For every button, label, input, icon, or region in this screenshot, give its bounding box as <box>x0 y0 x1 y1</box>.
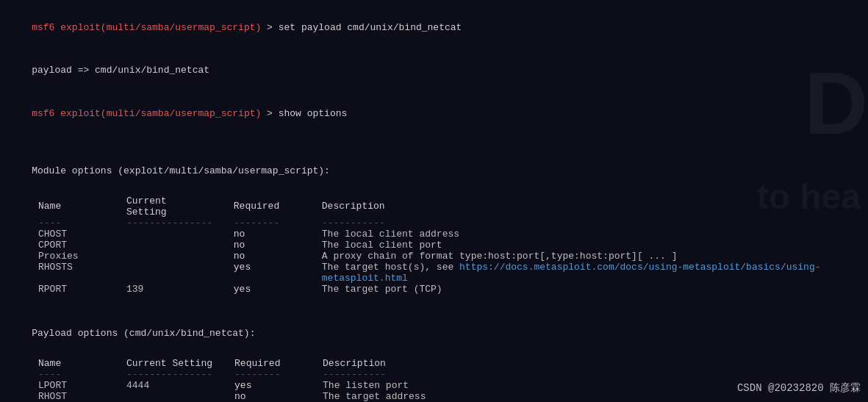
payload-col-description: Description <box>323 358 440 369</box>
blank-1 <box>9 135 859 150</box>
col-current-setting: Current Setting <box>126 195 234 218</box>
blank-2 <box>9 298 859 312</box>
table-row: RPORT 139 yes The target port (TCP) <box>38 284 859 295</box>
payload-options-table: Name Current Setting Required Descriptio… <box>24 358 859 402</box>
payload-table-dash-row: ---- --------------- -------- ----------… <box>38 369 440 380</box>
prompt-msf6-2: msf6 <box>32 108 54 119</box>
table-row: CPORT no The local client port <box>38 240 859 251</box>
payload-col-name: Name <box>38 358 126 369</box>
payload-table: Name Current Setting Required Descriptio… <box>38 358 440 402</box>
terminal: D to hea msf6 exploit(multi/samba/userma… <box>0 0 868 402</box>
module-name-2: exploit(multi/samba/usermap_script) <box>60 108 261 119</box>
payload-result-line: payload => cmd/unix/bind_netcat <box>9 49 859 93</box>
col-required: Required <box>234 195 322 218</box>
prompt-msf6-1: msf6 <box>32 22 54 33</box>
payload-table-header-row: Name Current Setting Required Descriptio… <box>38 358 440 369</box>
payload-col-current-setting: Current Setting <box>126 358 234 369</box>
module-options-header: Module options (exploit/multi/samba/user… <box>9 149 859 193</box>
table-row: CHOST no The local client address <box>38 229 859 240</box>
cmd1-text: > set payload cmd/unix/bind_netcat <box>261 22 462 33</box>
table-row: LPORT 4444 yes The listen port <box>38 380 440 391</box>
module-table-header-row: Name Current Setting Required Descriptio… <box>38 195 859 218</box>
module-options-table: Name Current Setting Required Descriptio… <box>24 195 859 295</box>
col-description: Description <box>322 195 859 218</box>
command-line-2: msf6 exploit(multi/samba/usermap_script)… <box>9 92 859 135</box>
command-line-1: msf6 exploit(multi/samba/usermap_script)… <box>9 6 859 49</box>
table-row: Proxies no A proxy chain of format type:… <box>38 251 859 262</box>
payload-col-required: Required <box>234 358 323 369</box>
module-name-1: exploit(multi/samba/usermap_script) <box>60 22 261 33</box>
table-row: RHOST no The target address <box>38 391 440 402</box>
payload-result: payload => cmd/unix/bind_netcat <box>32 65 209 76</box>
payload-options-header: Payload options (cmd/unix/bind_netcat): <box>9 312 859 355</box>
table-row: RHOSTS yes The target host(s), see https… <box>38 262 859 284</box>
csdn-badge: CSDN @20232820 陈彦霖 <box>737 381 861 395</box>
module-table: Name Current Setting Required Descriptio… <box>38 195 859 295</box>
col-name: Name <box>38 195 126 218</box>
module-table-dash-row: ---- --------------- -------- ----------… <box>38 218 859 229</box>
cmd3-text: > show options <box>261 108 347 119</box>
